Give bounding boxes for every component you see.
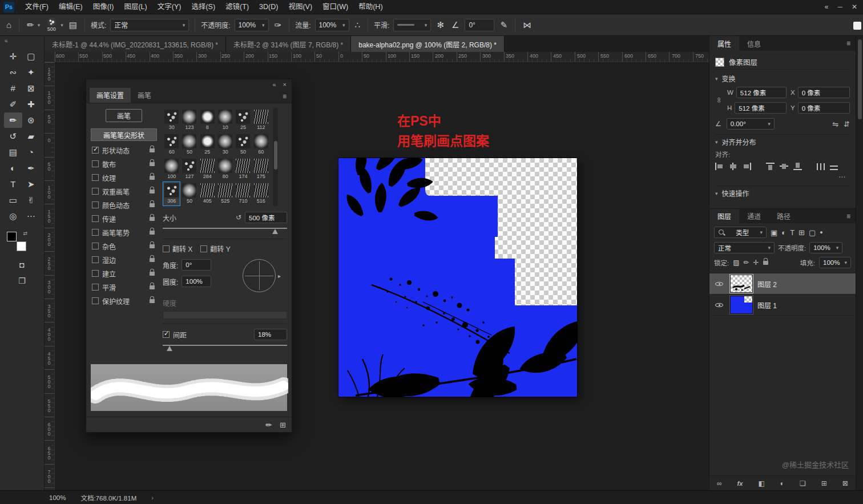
roundness-input[interactable]: 100% [182,276,211,287]
x-input[interactable]: 0 像素 [798,87,850,98]
zoom-tool[interactable]: ◎ [4,208,22,224]
layer-filter-select[interactable]: 类型 ▾ [714,227,767,238]
status-options-chevron[interactable]: › [151,494,154,501]
menu-type[interactable]: 文字(Y) [152,0,187,14]
layer-row-1[interactable]: 图层 1 [709,295,856,316]
brush-preset[interactable]: 60 [163,132,180,157]
lock-icon[interactable] [150,162,155,166]
lock-icon[interactable] [150,272,155,276]
zoom-level[interactable]: 100% [49,494,66,501]
vertical-ruler[interactable]: 150 100 50 0 50 100 150 200 250 300 350 … [45,62,55,490]
brush-preview-toggle-icon[interactable]: ✏ [265,421,272,429]
brush-preset[interactable]: 50 [180,182,198,206]
smoothing-select[interactable]: ▾ [393,19,431,31]
checkbox[interactable] [92,215,99,222]
filter-shape-layers-icon[interactable]: ⊞ [799,228,805,237]
checkbox[interactable] [92,188,99,195]
filter-pixel-layers-icon[interactable]: ▣ [771,228,777,237]
airbrush-icon[interactable]: ∴ [353,20,362,30]
menu-select[interactable]: 选择(S) [186,0,220,14]
menu-file[interactable]: 文件(F) [20,0,54,14]
lock-icon[interactable] [150,258,155,262]
flip-vertical-icon[interactable]: ⇵ [844,120,850,128]
tab-brush-settings[interactable]: 画笔设置 [90,88,131,103]
panel-menu-icon[interactable]: ≡ [846,209,856,223]
brush-preset-picker[interactable]: 500 ▾ [44,18,63,32]
scrollbar-thumb[interactable] [858,39,862,119]
link-layers-icon[interactable]: ∞ [717,479,722,487]
panel-menu-icon[interactable]: ≡ [283,92,287,100]
gradient-tool[interactable]: ▤ [4,144,22,160]
checkbox[interactable] [200,245,207,252]
checkbox[interactable] [92,201,99,208]
opacity-select[interactable]: 100% ▾ [235,19,269,31]
pressure-opacity-icon[interactable]: ✑ [273,20,284,30]
menu-help[interactable]: 帮助(H) [353,0,388,14]
blur-tool[interactable]: ◔ [22,144,41,160]
transform-section-header[interactable]: ▾ 变换 [715,71,850,86]
rectangle-tool[interactable]: ▭ [4,192,22,208]
brush-preset[interactable]: 516 [252,182,270,206]
menu-image[interactable]: 图像(I) [88,0,119,14]
brush-preset[interactable]: 30 [216,132,234,157]
active-tool-button[interactable]: ✏ ▾ [25,20,40,30]
angle-dial[interactable] [243,259,276,292]
brush-preset[interactable]: 50 [180,132,198,157]
panel-scrollbar[interactable] [856,36,863,490]
align-right-icon[interactable] [743,163,751,170]
brush-option-brush-pose[interactable]: 画笔笔势 [91,225,157,239]
brush-preset[interactable]: 25 [199,132,216,157]
eraser-tool[interactable]: ▰ [22,128,41,144]
checkbox[interactable] [92,160,99,167]
layer-thumbnail[interactable] [730,296,753,314]
blend-mode-select[interactable]: 正常 ▾ [110,19,189,31]
lock-icon[interactable] [150,217,155,221]
lock-pixels-icon[interactable]: ✏ [744,259,749,267]
adjustment-layer-icon[interactable]: ◐ [780,479,784,487]
object-selection-tool[interactable]: ✦ [22,64,41,80]
brush-angle-input[interactable]: 0° [465,19,494,31]
lock-all-icon[interactable] [763,261,768,265]
delete-layer-icon[interactable]: ⊠ [842,479,848,487]
document-tab-1[interactable]: 未标题-1 @ 44.4% (IMG_20220831_133615, RGB/… [45,36,226,52]
brush-option-smoothing[interactable]: 平滑 [91,280,157,294]
y-input[interactable]: 0 像素 [798,102,850,114]
more-options-icon[interactable]: ⋯ [838,173,845,181]
brush-preset[interactable]: 405 [199,182,216,206]
checkbox[interactable] [92,270,99,277]
brush-preset[interactable]: 525 [216,182,234,206]
brush-preset[interactable]: 127 [180,157,198,182]
new-brush-icon[interactable]: ⊞ [280,421,286,429]
checkbox[interactable] [92,243,99,249]
brush-preset[interactable]: 112 [252,108,270,132]
screen-mode-icon[interactable]: ❒ [18,276,26,285]
brush-option-color-dynamics[interactable]: 颜色动态 [91,198,157,212]
type-tool[interactable]: T [4,176,22,192]
layer-effects-icon[interactable]: fx [737,480,743,487]
align-left-icon[interactable] [715,163,724,170]
layer-mask-icon[interactable]: ◧ [758,479,764,487]
foreground-color-swatch[interactable] [7,232,17,241]
brush-option-wet-edges[interactable]: 湿边 [91,253,157,267]
panel-menu-icon[interactable]: ≡ [846,36,856,51]
filter-smart-objects-icon[interactable]: ▢ [809,228,816,237]
checkbox[interactable] [92,256,99,263]
layer-fill-select[interactable]: 100% ▾ [819,257,851,268]
checkbox[interactable] [92,284,99,291]
distribute-horizontal-icon[interactable] [817,163,825,170]
lock-transparency-icon[interactable]: ▨ [733,259,739,267]
layer-thumbnail[interactable] [730,275,753,293]
symmetry-icon[interactable]: ⋈ [521,20,533,30]
slider-thumb[interactable] [167,346,172,351]
lasso-tool[interactable]: ∾ [4,64,22,80]
lock-icon[interactable] [150,285,155,289]
brush-option-build-up[interactable]: 建立 [91,267,157,280]
brush-option-transfer[interactable]: 传递 [91,212,157,225]
checkbox[interactable] [92,229,99,236]
tab-info[interactable]: 信息 [739,36,769,51]
pen-tool[interactable]: ✒ [22,160,41,176]
layer-opacity-select[interactable]: 100% ▾ [809,242,842,253]
tab-properties[interactable]: 属性 [709,36,739,51]
lock-icon[interactable] [150,189,155,193]
rotate-angle-select[interactable]: 0.00° ▾ [727,118,775,130]
